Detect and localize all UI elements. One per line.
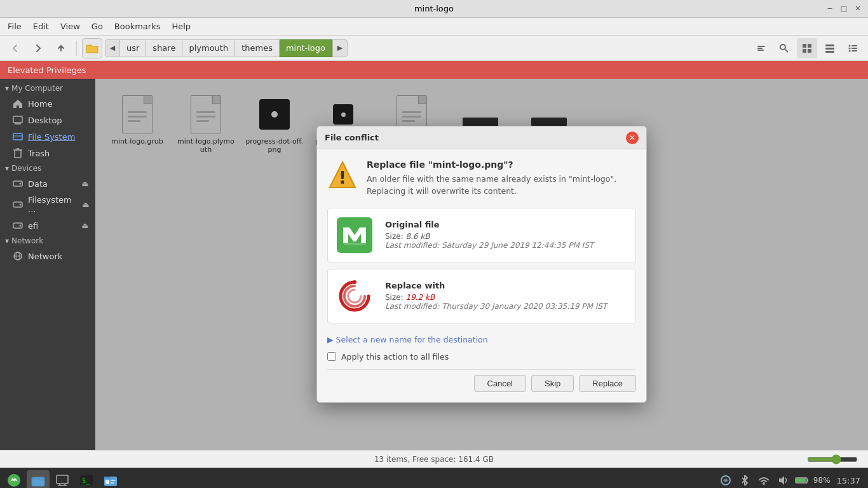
- sidebar-item-efi[interactable]: efi ⏏: [0, 217, 95, 234]
- statusbar-text: 13 items, Free space: 161.4 GB: [374, 455, 494, 464]
- efi-eject-icon[interactable]: ⏏: [80, 220, 90, 231]
- sidebar-desktop-label: Desktop: [28, 116, 62, 125]
- maximize-button[interactable]: □: [839, 4, 849, 14]
- sidebar-item-filesystem[interactable]: File System: [0, 128, 95, 145]
- files-taskbar-button[interactable]: [27, 470, 50, 488]
- sidebar-efi-label: efi: [28, 221, 38, 231]
- clock: 15:37: [837, 476, 860, 485]
- sidebar-home-label: Home: [28, 99, 52, 109]
- apply-all-row: Apply this action to all files: [327, 352, 636, 362]
- svg-rect-2: [757, 50, 764, 51]
- filesystem2-eject-icon[interactable]: ⏏: [81, 200, 90, 210]
- new-name-link[interactable]: ▶ Select a new name for the destination: [327, 330, 636, 349]
- svg-text:$_: $_: [82, 477, 90, 485]
- filesystem-icon: [13, 132, 23, 142]
- desktop-icon: [13, 115, 23, 125]
- dialog-original-file-row: Original file Size: 8.6 kB Last modified…: [327, 208, 636, 262]
- data-eject-icon[interactable]: ⏏: [80, 179, 90, 189]
- filemanager2-taskbar-button[interactable]: [99, 470, 122, 488]
- menu-go[interactable]: Go: [86, 20, 108, 32]
- skip-button[interactable]: Skip: [531, 375, 574, 392]
- start-button[interactable]: [3, 470, 25, 488]
- breadcrumb-mint-logo[interactable]: mint-logo: [280, 39, 332, 57]
- breadcrumb-next-button[interactable]: ▶: [332, 39, 348, 57]
- replace-file-label: Replace with: [385, 281, 629, 290]
- more-view-button[interactable]: [843, 38, 863, 58]
- replace-file-size: Size: 19.2 kB: [385, 293, 629, 302]
- svg-rect-24: [15, 150, 21, 158]
- sidebar-section-mycomputer[interactable]: ▾ My Computer: [0, 81, 95, 95]
- battery-icon[interactable]: [794, 473, 810, 488]
- replace-button[interactable]: Replace: [579, 375, 636, 392]
- mint-logo-original-icon: [337, 217, 372, 253]
- breadcrumb-plymouth[interactable]: plymouth: [182, 39, 235, 57]
- svg-text:!: !: [339, 168, 346, 187]
- search-button[interactable]: [774, 38, 794, 58]
- modal-overlay: File conflict ✕ ! Replace: [95, 79, 868, 450]
- breadcrumb-usr[interactable]: usr: [120, 39, 146, 57]
- sidebar-item-desktop[interactable]: Desktop: [0, 112, 95, 128]
- svg-rect-7: [803, 49, 806, 53]
- path-entry-button[interactable]: [751, 38, 771, 58]
- show-desktop-button[interactable]: [51, 470, 74, 488]
- zoom-slider[interactable]: [807, 454, 858, 464]
- sidebar-item-data[interactable]: Data ⏏: [0, 175, 95, 192]
- sidebar-section-devices[interactable]: ▾ Devices: [0, 161, 95, 175]
- sidebar-item-network[interactable]: Network: [0, 248, 95, 264]
- dialog-question-desc-line2: Replacing it will overwrite its content.: [367, 186, 636, 198]
- svg-rect-0: [757, 46, 765, 47]
- toolbar: ◀ usr share plymouth themes mint-logo ▶: [0, 36, 868, 61]
- breadcrumb-bar: ◀ usr share plymouth themes mint-logo ▶: [82, 38, 749, 58]
- svg-point-28: [20, 183, 22, 185]
- network-status-icon[interactable]: [756, 473, 771, 488]
- sidebar-item-home[interactable]: Home: [0, 95, 95, 112]
- bluetooth-icon[interactable]: [737, 473, 752, 488]
- terminal-taskbar-button[interactable]: $_: [75, 470, 98, 488]
- menu-help[interactable]: Help: [166, 20, 196, 32]
- sidebar-filesystem2-label: Filesystem ...: [28, 195, 76, 214]
- breadcrumb-folder-icon[interactable]: [82, 38, 102, 58]
- menu-edit[interactable]: Edit: [28, 20, 54, 32]
- apply-all-checkbox[interactable]: [327, 352, 336, 361]
- elevated-text: Elevated Privileges: [8, 65, 86, 75]
- battery-percent: 98%: [813, 476, 831, 485]
- dialog-header: File conflict ✕: [317, 126, 646, 149]
- forward-button[interactable]: [28, 38, 48, 58]
- back-button[interactable]: [5, 38, 25, 58]
- icon-view-button[interactable]: [797, 38, 817, 58]
- file-conflict-dialog: File conflict ✕ ! Replace: [316, 126, 647, 403]
- close-button[interactable]: ✕: [853, 4, 863, 14]
- sidebar-filesystem-label: File System: [28, 132, 75, 142]
- volume-icon[interactable]: [775, 473, 790, 488]
- original-file-modified: Last modified: Saturday 29 June 2019 12:…: [385, 241, 629, 250]
- svg-rect-11: [825, 51, 834, 53]
- sidebar-item-trash[interactable]: Trash: [0, 145, 95, 161]
- up-button[interactable]: [51, 38, 71, 58]
- sidebar-trash-label: Trash: [28, 149, 50, 158]
- vpn-icon[interactable]: [718, 473, 733, 488]
- minimize-button[interactable]: −: [825, 4, 835, 14]
- sidebar-item-filesystem2[interactable]: Filesystem ... ⏏: [0, 192, 95, 217]
- menu-file[interactable]: File: [3, 20, 27, 32]
- svg-point-39: [338, 280, 371, 313]
- warning-icon: !: [327, 159, 358, 190]
- breadcrumb-themes[interactable]: themes: [235, 39, 280, 57]
- breadcrumb-prev-button[interactable]: ◀: [105, 39, 120, 57]
- original-file-size: Size: 8.6 kB: [385, 232, 629, 241]
- titlebar: mint-logo − □ ✕: [0, 0, 868, 18]
- list-view-button[interactable]: [820, 38, 840, 58]
- breadcrumb-share[interactable]: share: [146, 39, 182, 57]
- menu-view[interactable]: View: [55, 20, 85, 32]
- dialog-close-button[interactable]: ✕: [626, 132, 639, 144]
- network-icon: [13, 251, 23, 261]
- svg-rect-6: [808, 44, 811, 48]
- window-controls: − □ ✕: [825, 4, 863, 14]
- svg-rect-50: [104, 477, 110, 478]
- apply-all-label: Apply this action to all files: [341, 352, 449, 362]
- sidebar-section-network[interactable]: ▾ Network: [0, 234, 95, 248]
- menu-bookmarks[interactable]: Bookmarks: [109, 20, 166, 32]
- svg-line-4: [785, 49, 789, 52]
- cancel-button[interactable]: Cancel: [474, 375, 526, 392]
- elevated-banner: Elevated Privileges: [0, 61, 868, 79]
- svg-rect-22: [13, 133, 22, 140]
